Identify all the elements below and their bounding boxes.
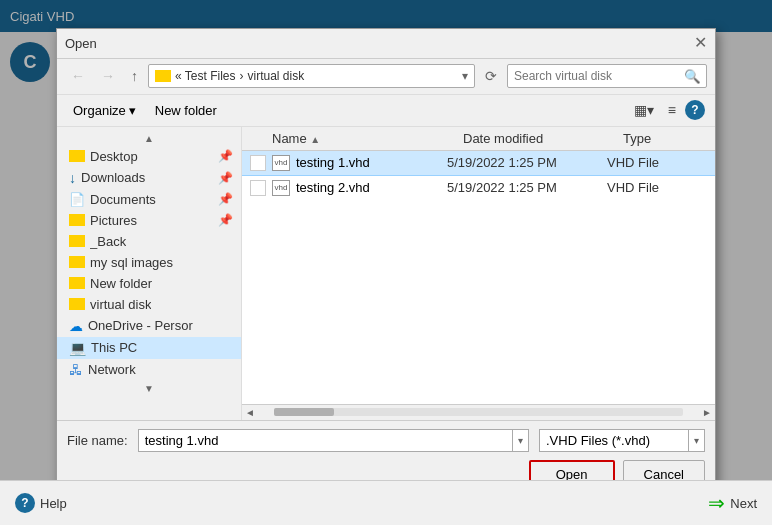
col-header-name[interactable]: Name ▲: [242, 131, 455, 146]
scroll-up-indicator[interactable]: ▲: [57, 131, 241, 146]
up-button[interactable]: ↑: [125, 64, 144, 88]
filetype-dropdown-button[interactable]: ▾: [689, 429, 705, 452]
filetype-wrapper: .VHD Files (*.vhd) ▾: [539, 429, 705, 452]
help-label: Help: [40, 496, 67, 511]
file-list: vhd testing 1.vhd 5/19/2022 1:25 PM VHD …: [242, 151, 715, 404]
downloads-icon: ↓: [69, 170, 76, 186]
help-button[interactable]: ? Help: [15, 493, 67, 513]
new-folder-label: New folder: [155, 103, 217, 118]
refresh-button[interactable]: ⟳: [479, 64, 503, 88]
filename-input[interactable]: [138, 429, 513, 452]
onedrive-icon: ☁: [69, 318, 83, 334]
tree-item-desktop-label: Desktop: [90, 149, 138, 164]
view-layout-button[interactable]: ≡: [663, 99, 681, 121]
file-type-1: VHD File: [607, 155, 707, 170]
desktop-pin-icon: 📌: [218, 149, 233, 163]
tree-item-mysql-label: my sql images: [90, 255, 173, 270]
next-arrow-icon: ⇒: [708, 491, 725, 515]
breadcrumb-part1: « Test Files: [175, 69, 235, 83]
forward-button[interactable]: →: [95, 64, 121, 88]
scrollbar-thumb[interactable]: [274, 408, 334, 416]
tree-item-documents-label: Documents: [90, 192, 156, 207]
tree-item-downloads-label: Downloads: [81, 170, 145, 185]
col-header-type[interactable]: Type: [615, 131, 715, 146]
dialog-overlay: Open ✕ ← → ↑ « Test Files › virtual disk…: [0, 0, 772, 525]
file-row[interactable]: vhd testing 2.vhd 5/19/2022 1:25 PM VHD …: [242, 176, 715, 201]
filetype-select[interactable]: .VHD Files (*.vhd): [539, 429, 689, 452]
back-button[interactable]: ←: [65, 64, 91, 88]
thispc-icon: 💻: [69, 340, 86, 356]
tree-item-pictures-label: Pictures: [90, 213, 137, 228]
tree-item-onedrive[interactable]: ☁ OneDrive - Persor: [57, 315, 241, 337]
tree-item-mysql[interactable]: my sql images: [57, 252, 241, 273]
tree-item-network[interactable]: 🖧 Network: [57, 359, 241, 381]
scrollbar-track[interactable]: [274, 408, 683, 416]
filetype-value: .VHD Files (*.vhd): [546, 433, 650, 448]
file-type-2: VHD File: [607, 180, 707, 195]
tree-item-newfolder-label: New folder: [90, 276, 152, 291]
documents-pin-icon: 📌: [218, 192, 233, 206]
navigation-toolbar: ← → ↑ « Test Files › virtual disk ▾ ⟳ 🔍: [57, 59, 715, 95]
mysql-folder-icon: [69, 256, 85, 268]
next-label: Next: [730, 496, 757, 511]
scroll-left-button[interactable]: ◄: [242, 404, 258, 420]
scroll-right-button[interactable]: ►: [699, 404, 715, 420]
search-box: 🔍: [507, 64, 707, 88]
file-icon-1: vhd: [272, 155, 290, 171]
dialog-titlebar: Open ✕: [57, 29, 715, 59]
open-dialog: Open ✕ ← → ↑ « Test Files › virtual disk…: [56, 28, 716, 498]
filename-dropdown-button[interactable]: ▾: [513, 429, 529, 452]
left-panel: ▲ Desktop 📌 ↓ Downloads 📌 📄 Documents 📌: [57, 127, 242, 420]
tree-item-back[interactable]: _Back: [57, 231, 241, 252]
col-type-label: Type: [623, 131, 651, 146]
view-controls: ▦▾ ≡ ?: [629, 99, 705, 121]
horizontal-scrollbar[interactable]: ◄ ►: [242, 404, 715, 420]
view-type-button[interactable]: ▦▾: [629, 99, 659, 121]
right-panel: Name ▲ Date modified Type: [242, 127, 715, 420]
tree-item-pictures[interactable]: Pictures 📌: [57, 210, 241, 231]
downloads-pin-icon: 📌: [218, 171, 233, 185]
tree-item-back-label: _Back: [90, 234, 126, 249]
filename-row: File name: ▾ .VHD Files (*.vhd) ▾: [67, 429, 705, 452]
breadcrumb-folder-icon: [155, 70, 171, 82]
search-input[interactable]: [508, 69, 679, 83]
dialog-help-button[interactable]: ?: [685, 100, 705, 120]
tree-item-onedrive-label: OneDrive - Persor: [88, 318, 193, 333]
dialog-title: Open: [65, 36, 97, 51]
virtualdisk-folder-icon: [69, 298, 85, 310]
organize-toolbar: Organize ▾ New folder ▦▾ ≡ ?: [57, 95, 715, 127]
filename-input-wrapper: ▾: [138, 429, 529, 452]
app-bottom-bar: ? Help ⇒ Next: [0, 480, 772, 525]
tree-item-thispc-label: This PC: [91, 340, 137, 355]
file-date-2: 5/19/2022 1:25 PM: [447, 180, 607, 195]
file-checkbox-1[interactable]: [250, 155, 266, 171]
tree-item-virtualdisk[interactable]: virtual disk: [57, 294, 241, 315]
file-row[interactable]: vhd testing 1.vhd 5/19/2022 1:25 PM VHD …: [242, 151, 715, 176]
dialog-close-button[interactable]: ✕: [694, 35, 707, 51]
tree-item-newfolder[interactable]: New folder: [57, 273, 241, 294]
network-icon: 🖧: [69, 362, 83, 378]
file-icon-2: vhd: [272, 180, 290, 196]
tree-item-documents[interactable]: 📄 Documents 📌: [57, 189, 241, 210]
tree-item-downloads[interactable]: ↓ Downloads 📌: [57, 167, 241, 189]
col-header-date[interactable]: Date modified: [455, 131, 615, 146]
next-button[interactable]: ⇒ Next: [708, 491, 757, 515]
breadcrumb-bar[interactable]: « Test Files › virtual disk ▾: [148, 64, 475, 88]
file-checkbox-2[interactable]: [250, 180, 266, 196]
breadcrumb-dropdown-button[interactable]: ▾: [462, 69, 468, 83]
help-icon: ?: [15, 493, 35, 513]
tree-item-desktop[interactable]: Desktop 📌: [57, 146, 241, 167]
search-button[interactable]: 🔍: [679, 69, 706, 84]
pictures-folder-icon: [69, 214, 85, 226]
documents-icon: 📄: [69, 192, 85, 207]
scroll-down-indicator[interactable]: ▼: [57, 381, 241, 396]
tree-item-thispc[interactable]: 💻 This PC: [57, 337, 241, 359]
col-date-label: Date modified: [463, 131, 543, 146]
tree-item-network-label: Network: [88, 362, 136, 377]
file-date-1: 5/19/2022 1:25 PM: [447, 155, 607, 170]
breadcrumb-part2: virtual disk: [247, 69, 304, 83]
new-folder-button[interactable]: New folder: [150, 101, 222, 120]
organize-button[interactable]: Organize ▾: [67, 100, 142, 121]
filename-label: File name:: [67, 433, 128, 448]
newfolder-icon: [69, 277, 85, 289]
